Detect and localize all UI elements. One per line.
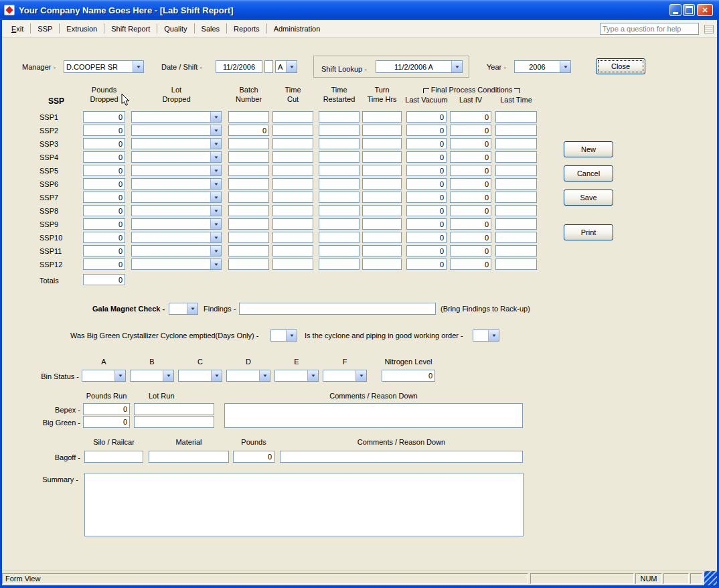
- chevron-down-icon[interactable]: [210, 206, 221, 216]
- app-icon[interactable]: [4, 5, 15, 15]
- chevron-down-icon[interactable]: [210, 192, 221, 202]
- lot-dropped-select[interactable]: [131, 259, 222, 270]
- material-input[interactable]: [149, 451, 229, 463]
- time-cut-input[interactable]: [272, 259, 313, 270]
- pounds-dropped-input[interactable]: [83, 192, 125, 203]
- turn-time-hrs-input[interactable]: [362, 151, 402, 163]
- last-vacuum-input[interactable]: [406, 205, 447, 216]
- print-button[interactable]: Print: [564, 224, 613, 240]
- last-time-input[interactable]: [495, 245, 537, 256]
- turn-time-hrs-input[interactable]: [362, 165, 402, 176]
- time-cut-input[interactable]: [272, 125, 313, 136]
- resize-grip[interactable]: [704, 571, 717, 585]
- save-button[interactable]: Save: [564, 190, 613, 206]
- date-shift-spacer-field[interactable]: [264, 60, 273, 73]
- lot-dropped-select[interactable]: [131, 232, 222, 243]
- date-input[interactable]: [216, 60, 262, 73]
- lot-dropped-select[interactable]: [131, 205, 222, 216]
- pounds-dropped-input[interactable]: [83, 151, 125, 163]
- last-vacuum-input[interactable]: [406, 259, 447, 270]
- chevron-down-icon[interactable]: [560, 61, 570, 72]
- chevron-down-icon[interactable]: [210, 125, 221, 135]
- chevron-down-icon[interactable]: [210, 112, 221, 122]
- last-iv-input[interactable]: [450, 218, 491, 230]
- lot-dropped-select[interactable]: [131, 111, 222, 123]
- last-time-input[interactable]: [495, 259, 537, 270]
- lot-dropped-select[interactable]: [131, 245, 222, 256]
- chevron-down-icon[interactable]: [286, 330, 297, 341]
- menu-item-reports[interactable]: Reports: [228, 23, 266, 35]
- pounds-dropped-input[interactable]: [83, 259, 125, 270]
- lot-dropped-select[interactable]: [131, 192, 222, 203]
- time-cut-input[interactable]: [272, 218, 313, 230]
- time-restarted-input[interactable]: [319, 259, 360, 270]
- last-iv-input[interactable]: [450, 151, 491, 163]
- cyclone-working-order-select[interactable]: [473, 329, 499, 342]
- bin-status-b-select[interactable]: [130, 370, 174, 382]
- last-iv-input[interactable]: [450, 245, 491, 256]
- bin-status-d-select[interactable]: [226, 370, 270, 382]
- last-time-input[interactable]: [495, 178, 537, 190]
- chevron-down-icon[interactable]: [307, 370, 318, 381]
- menu-item-shift-report[interactable]: Shift Report: [105, 23, 156, 35]
- time-restarted-input[interactable]: [319, 125, 360, 136]
- last-vacuum-input[interactable]: [406, 125, 447, 136]
- last-time-input[interactable]: [495, 218, 537, 230]
- pounds-dropped-input[interactable]: [83, 218, 125, 230]
- pounds-dropped-input[interactable]: [83, 138, 125, 149]
- turn-time-hrs-input[interactable]: [362, 259, 402, 270]
- batch-number-input[interactable]: [228, 245, 269, 256]
- year-select[interactable]: 2006: [514, 60, 571, 73]
- time-cut-input[interactable]: [272, 205, 313, 216]
- bin-status-c-select[interactable]: [178, 370, 222, 382]
- turn-time-hrs-input[interactable]: [362, 232, 402, 243]
- last-iv-input[interactable]: [450, 138, 491, 149]
- chevron-down-icon[interactable]: [210, 179, 221, 189]
- turn-time-hrs-input[interactable]: [362, 218, 402, 230]
- time-cut-input[interactable]: [272, 111, 313, 123]
- close-button[interactable]: Close: [596, 58, 645, 74]
- big-green-lot-input[interactable]: [134, 416, 214, 428]
- big-green-pounds-input[interactable]: [83, 416, 130, 428]
- chevron-down-icon[interactable]: [355, 370, 366, 381]
- turn-time-hrs-input[interactable]: [362, 178, 402, 190]
- menu-item-quality[interactable]: Quality: [158, 23, 193, 35]
- pounds-dropped-input[interactable]: [83, 205, 125, 216]
- time-cut-input[interactable]: [272, 192, 313, 203]
- chevron-down-icon[interactable]: [210, 165, 221, 175]
- time-restarted-input[interactable]: [319, 218, 360, 230]
- bepex-lot-input[interactable]: [134, 403, 214, 415]
- last-time-input[interactable]: [495, 165, 537, 176]
- last-time-input[interactable]: [495, 111, 537, 123]
- chevron-down-icon[interactable]: [187, 303, 197, 314]
- bin-status-f-select[interactable]: [323, 370, 367, 382]
- shift-select[interactable]: A: [275, 60, 297, 73]
- pounds-dropped-input[interactable]: [83, 125, 125, 136]
- nitrogen-level-input[interactable]: [382, 370, 435, 382]
- batch-number-input[interactable]: [228, 259, 269, 270]
- batch-number-input[interactable]: [228, 165, 269, 176]
- last-time-input[interactable]: [495, 232, 537, 243]
- chevron-down-icon[interactable]: [286, 61, 297, 72]
- batch-number-input[interactable]: [228, 125, 269, 136]
- last-time-input[interactable]: [495, 125, 537, 136]
- shift-lookup-select[interactable]: 11/2/2006 A: [376, 60, 463, 73]
- last-vacuum-input[interactable]: [406, 178, 447, 190]
- lot-dropped-select[interactable]: [131, 165, 222, 176]
- batch-number-input[interactable]: [228, 138, 269, 149]
- totals-input[interactable]: [83, 274, 125, 285]
- bin-status-e-select[interactable]: [274, 370, 319, 382]
- time-restarted-input[interactable]: [319, 138, 360, 149]
- restore-button[interactable]: [683, 4, 695, 16]
- menu-item-ssp[interactable]: SSP: [31, 23, 58, 35]
- pounds-dropped-input[interactable]: [83, 165, 125, 176]
- last-iv-input[interactable]: [450, 205, 491, 216]
- cyclone-emptied-select[interactable]: [270, 329, 297, 342]
- last-time-input[interactable]: [495, 151, 537, 163]
- turn-time-hrs-input[interactable]: [362, 111, 402, 123]
- cancel-button[interactable]: Cancel: [564, 165, 613, 181]
- close-window-button[interactable]: [697, 4, 713, 16]
- chevron-down-icon[interactable]: [210, 219, 221, 229]
- manager-select[interactable]: D.COOPER SR: [64, 60, 144, 73]
- chevron-down-icon[interactable]: [488, 330, 499, 341]
